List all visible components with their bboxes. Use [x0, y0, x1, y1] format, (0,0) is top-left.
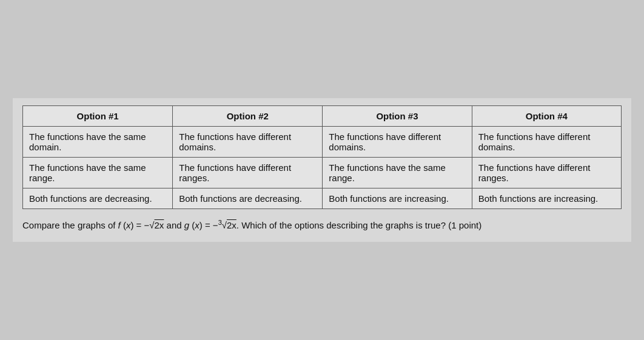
- cell-r1c4: The functions have different domains.: [472, 126, 621, 157]
- table-row: The functions have the same domain. The …: [23, 126, 622, 157]
- main-container: Option #1 Option #2 Option #3 Option #4 …: [13, 98, 631, 242]
- cell-r1c2: The functions have different domains.: [173, 126, 323, 157]
- options-table: Option #1 Option #2 Option #3 Option #4 …: [22, 105, 622, 209]
- footer-point: (1 point): [448, 220, 481, 230]
- table-row: The functions have the same range. The f…: [23, 157, 622, 188]
- cell-r3c1: Both functions are decreasing.: [23, 188, 173, 208]
- cell-r2c4: The functions have different ranges.: [472, 157, 621, 188]
- header-option4: Option #4: [472, 105, 621, 126]
- cell-r1c3: The functions have different domains.: [323, 126, 472, 157]
- cell-r2c1: The functions have the same range.: [23, 157, 173, 188]
- cell-r2c3: The functions have the same range.: [323, 157, 472, 188]
- cell-r3c2: Both functions are decreasing.: [173, 188, 323, 208]
- header-option1: Option #1: [23, 105, 173, 126]
- header-option3: Option #3: [323, 105, 472, 126]
- cell-r3c3: Both functions are increasing.: [323, 188, 472, 208]
- table-row: Both functions are decreasing. Both func…: [23, 188, 622, 208]
- footer-question: Compare the graphs of f (x) = −√2x and g…: [22, 220, 446, 230]
- cell-r2c2: The functions have different ranges.: [173, 157, 323, 188]
- header-option2: Option #2: [173, 105, 323, 126]
- footer-text: Compare the graphs of f (x) = −√2x and g…: [22, 218, 622, 233]
- cell-r3c4: Both functions are increasing.: [472, 188, 621, 208]
- cell-r1c1: The functions have the same domain.: [23, 126, 173, 157]
